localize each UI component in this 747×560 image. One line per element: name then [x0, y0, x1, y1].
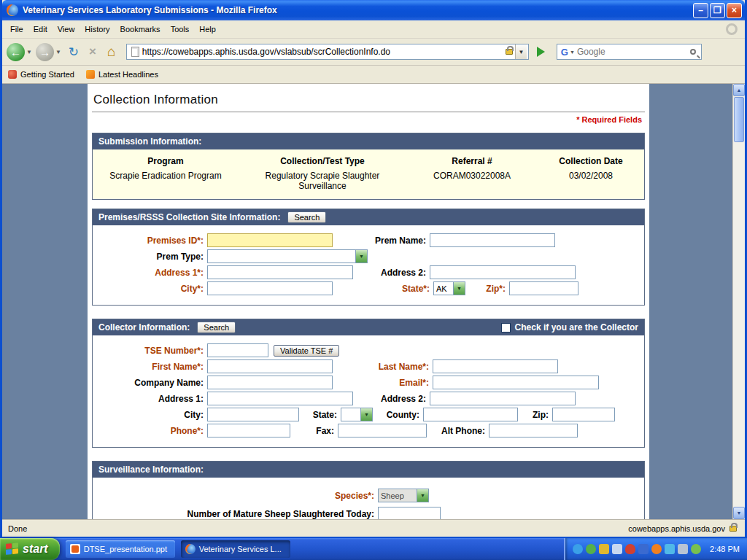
tray-icon[interactable]	[625, 544, 635, 554]
firefox-window: Veterinary Services Laboratory Submissio…	[0, 0, 747, 538]
company-name-input[interactable]	[207, 376, 333, 389]
bookmark-latest-headlines[interactable]: Latest Headlines	[86, 70, 158, 79]
minimize-button[interactable]: –	[693, 3, 708, 18]
collector-address2-input[interactable]	[430, 392, 576, 405]
system-tray: 2:48 PM	[564, 538, 747, 560]
start-label: start	[23, 542, 48, 556]
menu-file[interactable]: File	[5, 23, 28, 36]
phone-label: Phone*:	[93, 426, 204, 436]
task-button-firefox[interactable]: Veterinary Services L...	[181, 540, 290, 558]
premises-id-input[interactable]	[207, 233, 333, 247]
menu-help[interactable]: Help	[194, 23, 221, 36]
premises-city-input[interactable]	[207, 281, 333, 295]
tray-icon[interactable]	[612, 544, 622, 554]
collector-header-label: Collector Information:	[98, 322, 190, 332]
premises-search-button[interactable]: Search	[287, 211, 326, 223]
vertical-scrollbar[interactable]: ▲ ▼	[732, 84, 745, 519]
table-row: Scrapie Eradication Program Regulatory S…	[93, 168, 644, 193]
premises-zip-input[interactable]	[509, 281, 578, 295]
phone-input[interactable]	[207, 424, 290, 438]
county-input[interactable]	[423, 408, 518, 421]
maximize-button[interactable]: ❐	[710, 3, 725, 18]
premises-row-3: Address 1*: Address 2:	[93, 265, 644, 279]
tray-icon[interactable]	[691, 544, 701, 554]
url-bar[interactable]: ▼	[126, 44, 529, 60]
search-icon[interactable]	[690, 49, 696, 55]
validate-tse-button[interactable]: Validate TSE #	[274, 345, 339, 357]
surveillance-row-2: Number of Mature Sheep Slaughtered Today…	[93, 507, 644, 519]
menu-history[interactable]: History	[80, 23, 115, 36]
collector-self-label: Check if you are the Collector	[515, 322, 638, 332]
tray-icon[interactable]	[599, 544, 609, 554]
premises-section-header: Premises/RSSS Collection Site Informatio…	[93, 209, 644, 225]
menu-bar: File Edit View History Bookmarks Tools H…	[2, 20, 745, 39]
menu-edit[interactable]: Edit	[28, 23, 53, 36]
tray-icon[interactable]	[665, 544, 675, 554]
search-input[interactable]	[577, 45, 690, 58]
company-name-label: Company Name:	[93, 378, 204, 388]
species-label: Species*:	[93, 491, 374, 501]
collector-zip-input[interactable]	[552, 408, 615, 421]
column-header-referral: Referral #	[406, 154, 538, 168]
collector-search-button[interactable]: Search	[197, 322, 236, 333]
premises-address2-input[interactable]	[430, 265, 576, 279]
url-input[interactable]	[142, 45, 503, 58]
taskbar-clock: 2:48 PM	[710, 545, 740, 553]
tray-icon[interactable]	[651, 544, 662, 554]
tray-icon[interactable]	[573, 544, 583, 554]
alt-phone-input[interactable]	[489, 424, 578, 438]
scroll-up-button[interactable]: ▲	[733, 84, 745, 96]
search-box[interactable]: G ▼	[557, 44, 702, 60]
close-button[interactable]: ×	[727, 3, 742, 18]
navigation-toolbar: ← ▼ → ▼ ↻ × ⌂ ▼ G ▼	[2, 39, 745, 66]
premises-address1-input[interactable]	[207, 265, 353, 279]
home-icon[interactable]: ⌂	[103, 43, 120, 61]
first-name-input[interactable]	[207, 359, 333, 373]
submission-header-label: Submission Information:	[98, 136, 201, 147]
chevron-down-icon: ▼	[453, 282, 465, 295]
forward-dropdown-icon[interactable]: ▼	[55, 49, 61, 55]
scroll-down-button[interactable]: ▼	[733, 507, 745, 519]
back-dropdown-icon[interactable]: ▼	[26, 49, 32, 55]
tray-icon[interactable]	[678, 544, 688, 554]
go-arrow-icon	[537, 47, 545, 57]
scroll-thumb[interactable]	[734, 97, 744, 142]
tray-icon[interactable]	[638, 544, 649, 554]
collector-section-header: Collector Information: Search Check if y…	[93, 319, 644, 335]
bookmark-getting-started[interactable]: Getting Started	[8, 70, 74, 79]
species-select[interactable]: Sheep ▼	[378, 489, 429, 502]
task-button-powerpoint[interactable]: DTSE_presentation.ppt	[66, 540, 175, 558]
urlbar-dropdown-button[interactable]: ▼	[515, 44, 527, 59]
stop-icon[interactable]: ×	[84, 43, 101, 61]
collector-city-input[interactable]	[207, 408, 299, 421]
status-lock-icon	[729, 526, 737, 532]
menu-bookmarks[interactable]: Bookmarks	[115, 23, 166, 36]
forward-button[interactable]: →	[36, 43, 54, 61]
fax-input[interactable]	[338, 424, 427, 438]
prem-type-label: Prem Type:	[93, 252, 204, 262]
lock-icon	[506, 49, 513, 55]
tray-icon[interactable]	[586, 544, 596, 554]
menu-tools[interactable]: Tools	[166, 23, 195, 36]
collector-state-select[interactable]: ▼	[341, 408, 373, 421]
reload-icon[interactable]: ↻	[65, 43, 82, 61]
last-name-input[interactable]	[433, 359, 558, 373]
surveillance-form: Species*: Sheep ▼ Number of Mature Sheep…	[93, 478, 644, 519]
email-input[interactable]	[433, 376, 599, 389]
premises-state-select[interactable]: AK ▼	[433, 281, 465, 295]
prem-name-input[interactable]	[430, 233, 555, 247]
mature-today-input[interactable]	[378, 507, 441, 519]
collector-address1-input[interactable]	[207, 392, 353, 405]
menu-view[interactable]: View	[53, 23, 80, 36]
submission-table-header: Program Collection/Test Type Referral # …	[93, 154, 644, 168]
submission-table: Program Collection/Test Type Referral # …	[93, 149, 644, 199]
prem-type-select[interactable]: ▼	[207, 249, 368, 263]
collector-self-checkbox[interactable]	[501, 323, 511, 332]
premises-section: Premises/RSSS Collection Site Informatio…	[92, 209, 645, 306]
search-engine-dropdown-icon[interactable]: ▼	[570, 50, 575, 55]
start-button[interactable]: start	[0, 538, 60, 560]
premises-address2-label: Address 2:	[353, 268, 426, 278]
back-button[interactable]: ←	[7, 43, 25, 61]
tse-number-input[interactable]	[207, 343, 268, 357]
go-button[interactable]	[533, 44, 549, 60]
